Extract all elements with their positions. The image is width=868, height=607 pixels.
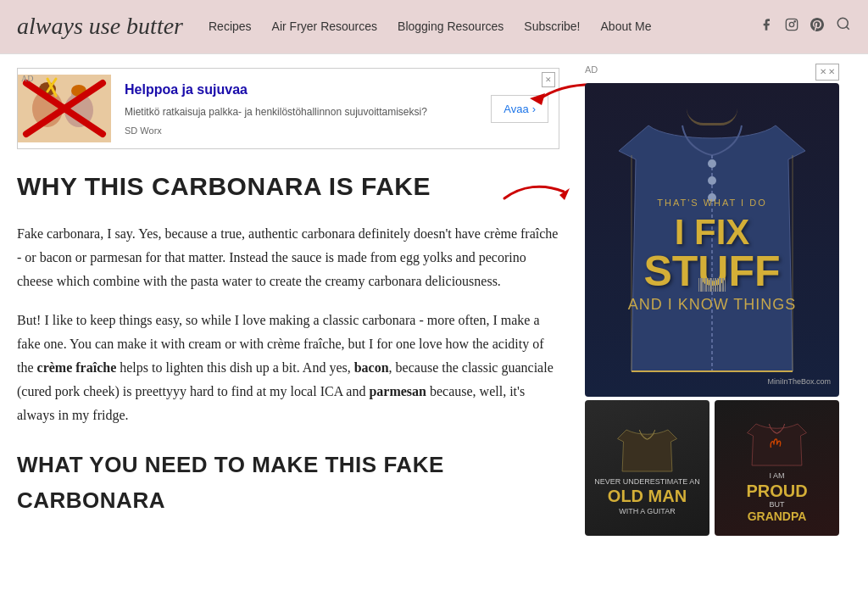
svg-point-3 [837,18,848,28]
article-content: AD [0,54,576,544]
svg-marker-16 [559,188,570,200]
ad-title: Helppoa ja sujuvaa [125,79,477,101]
bold-parmesan: parmesan [369,384,426,398]
ad-open-button[interactable]: Avaa › [491,95,548,123]
tshirt-watermark: MiniInTheBox.com [767,376,831,387]
ad-close-button[interactable]: ✕ [542,72,555,87]
article-paragraph-1: Fake carbonara, I say. Yes, because a tr… [17,222,559,293]
tshirt-right-text3: BUT [770,500,785,510]
tshirt-right-text2: PROUD [746,482,807,500]
svg-point-2 [794,20,795,21]
ad-source: SD Worx [125,124,477,139]
svg-point-19 [708,176,716,185]
tshirt-right-shape [721,412,832,471]
barcode [698,278,726,292]
nav-recipes[interactable]: Recipes [209,17,252,36]
tshirt-left[interactable]: NEVER UNDERESTIMATE AN OLD MAN WITH A GU… [585,400,709,536]
bold-creme-fraiche: crème fraîche [37,360,117,375]
nav-air-fryer[interactable]: Air Fryer Resources [272,17,377,36]
site-logo[interactable]: always use butter [17,8,183,46]
article-heading-1: WHY THIS CARBONARA IS FAKE [17,166,559,207]
pinterest-icon[interactable] [810,16,824,38]
tshirt-bottom-text: AND I KNOW THINGS [628,292,797,317]
nav-subscribe[interactable]: Subscribe! [524,17,580,36]
tshirt-left-text2: OLD MAN [608,487,687,505]
tshirt-right-text4: GRANDPA [748,510,807,523]
svg-point-1 [789,22,793,26]
sidebar: AD ✕ ✕ [576,54,848,544]
svg-point-18 [708,159,716,168]
instagram-icon[interactable] [785,16,798,38]
tshirt-left-text1: NEVER UNDERESTIMATE AN [594,477,699,487]
article-heading-2: WHAT YOU NEED TO MAKE THIS FAKE CARBONAR… [17,448,559,518]
facebook-icon[interactable] [760,16,773,38]
tshirt-line1: I FIX [628,214,797,250]
tshirt-left-shape [592,418,703,477]
nav-blogging[interactable]: Blogging Resources [398,17,504,36]
svg-rect-0 [786,19,797,30]
tshirt-main-ad[interactable]: THAT'S WHAT I DO I FIX STUFF AND I KNOW … [585,83,839,397]
ad-description: Mietitkö ratkaisuja palkka- ja henkilöst… [125,104,477,120]
ad-banner: AD [17,68,559,149]
main-nav: Recipes Air Fryer Resources Blogging Res… [209,17,760,36]
ad-label: AD [21,72,33,86]
tshirt-bottom-row: NEVER UNDERESTIMATE AN OLD MAN WITH A GU… [585,400,839,536]
ad-text: Helppoa ja sujuvaa Mietitkö ratkaisuja p… [111,69,491,148]
search-icon[interactable] [836,16,851,38]
main-layout: AD [0,54,868,544]
tshirt-top-text: THAT'S WHAT I DO [628,196,797,211]
sidebar-ad-close[interactable]: ✕ ✕ [815,64,839,81]
article-paragraph-2: But! I like to keep things easy, so whil… [17,309,559,427]
tshirt-right[interactable]: I AM PROUD BUT GRANDPA [715,400,839,536]
tshirt-right-text1: I AM [769,471,784,482]
tshirt-left-text3: WITH A GUITAR [619,505,675,517]
social-icons [760,16,851,38]
nav-about[interactable]: About Me [601,17,652,36]
site-header: always use butter Recipes Air Fryer Reso… [0,0,868,54]
sidebar-ad-label: AD [585,63,598,78]
bold-bacon: bacon [354,360,389,375]
